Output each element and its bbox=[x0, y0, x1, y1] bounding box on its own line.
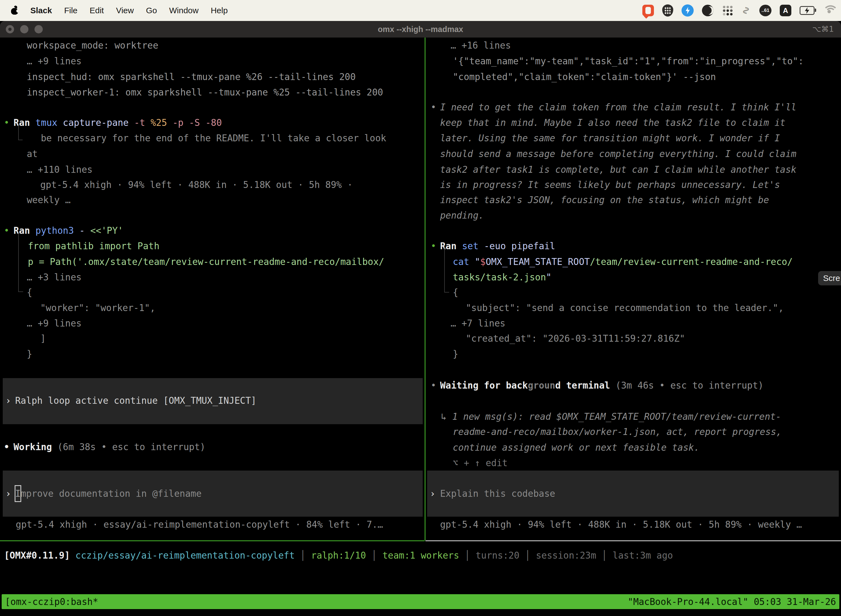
command-output-line: "created_at": "2026-03-31T11:59:27.816Z" bbox=[466, 331, 685, 346]
pane-divider[interactable] bbox=[425, 38, 425, 540]
command-output-line: "subject": "send a concise recommendatio… bbox=[466, 300, 784, 316]
terminal-content: workspace_mode: worktree … +9 lines insp… bbox=[0, 38, 841, 616]
collapsed-lines-indicator[interactable]: … +3 lines bbox=[27, 269, 82, 285]
bullet-icon: • bbox=[431, 378, 436, 393]
mailbox-message-line: readme-and-reco/mailbox/worker-1.json, a… bbox=[453, 424, 782, 440]
input-source-icon[interactable]: A bbox=[780, 5, 791, 16]
working-status-line: Working (6m 38s • esc to interrupt) bbox=[13, 439, 205, 455]
collapsed-lines-indicator[interactable]: … +110 lines bbox=[27, 162, 92, 177]
menu-app-name[interactable]: Slack bbox=[30, 6, 52, 15]
menu-item-view[interactable]: View bbox=[116, 6, 133, 15]
screen-tooltip: Scre bbox=[818, 271, 841, 285]
prompt-input-text-left[interactable]: Improve documentation in @filename bbox=[15, 486, 202, 502]
text-cursor: I bbox=[15, 486, 21, 502]
notification-count-icon[interactable]: ..61 bbox=[759, 5, 771, 16]
collapsed-lines-indicator[interactable]: … +9 lines bbox=[27, 53, 82, 69]
menu-status-icons: ∿ ..61 A bbox=[642, 0, 836, 21]
code-line: p = Path('.omx/state/team/review-current… bbox=[28, 254, 384, 270]
bullet-icon: • bbox=[4, 223, 9, 238]
command-output-line: { bbox=[453, 285, 458, 300]
tmux-session-name: [omx-cczip0:bash* bbox=[5, 596, 98, 607]
menu-item-go[interactable]: Go bbox=[146, 6, 157, 15]
dots-grid-icon[interactable] bbox=[722, 5, 733, 16]
bullet-icon: • bbox=[431, 99, 436, 115]
collapsed-lines-indicator[interactable]: … +7 lines bbox=[451, 315, 505, 331]
command-output-line: "worker": "worker-1", bbox=[40, 300, 155, 316]
terminal-line: "completed","claim_token":"claim-token"}… bbox=[453, 69, 716, 85]
prompt-chevron-icon: › bbox=[430, 486, 435, 502]
pane-border-bottom-right bbox=[425, 540, 841, 541]
squiggle-icon[interactable]: ∿ bbox=[740, 6, 753, 15]
command-output-line: be necessary for the end of the README. … bbox=[41, 130, 386, 146]
menu-item-edit[interactable]: Edit bbox=[90, 6, 104, 15]
terminal-line: inspect_worker-1: omx sparkshell --tmux-… bbox=[27, 84, 383, 100]
thought-line: task2 after task1 is complete, but can I… bbox=[440, 162, 796, 177]
chat-bubble-icon[interactable] bbox=[642, 5, 654, 16]
command-output-line: } bbox=[453, 346, 458, 362]
menu-item-file[interactable]: File bbox=[64, 6, 77, 15]
thought-line: inspect task2's JSON, focusing on the st… bbox=[440, 192, 769, 208]
apple-icon[interactable] bbox=[11, 6, 18, 15]
command-output-line: ] bbox=[40, 331, 46, 346]
window-shortcut-badge: ⌥⌘1 bbox=[812, 21, 834, 38]
bullet-icon: • bbox=[431, 238, 436, 254]
output-corner-guide bbox=[18, 124, 23, 140]
window-title: omx --xhigh --madmax bbox=[0, 21, 841, 38]
menu-item-help[interactable]: Help bbox=[211, 6, 228, 15]
code-line: from pathlib import Path bbox=[28, 238, 160, 254]
wifi-icon[interactable] bbox=[823, 5, 836, 16]
edit-shortcut-hint: ⌥ + ↑ edit bbox=[453, 455, 508, 471]
command-output-line: gpt-5.4 xhigh · 94% left · 488K in · 5.1… bbox=[40, 177, 353, 193]
waiting-status-line: Waiting for background terminal (3m 46s … bbox=[440, 378, 763, 393]
command-line: tasks/task-2.json" bbox=[453, 269, 552, 285]
command-output-line: weekly … bbox=[27, 192, 70, 208]
command-line: Ran tmux capture-pane -t %25 -p -S -80 bbox=[13, 115, 222, 131]
command-output-line: at bbox=[27, 146, 38, 162]
bullet-icon: • bbox=[4, 439, 9, 455]
moon-circle-icon[interactable] bbox=[702, 5, 714, 16]
thought-line: is in progress? It seems likely but perh… bbox=[440, 177, 780, 193]
command-output-line: { bbox=[27, 285, 32, 300]
thought-line: keep that in mind. Maybe I also need the… bbox=[440, 115, 785, 131]
thought-line: should send a message before completing … bbox=[440, 146, 796, 162]
thought-line: pending. bbox=[440, 208, 484, 223]
mailbox-message-line: 1 new msg(s): read $OMX_TEAM_STATE_ROOT/… bbox=[452, 409, 781, 424]
menu-bar: Slack File Edit View Go Window Help ∿ ..… bbox=[0, 0, 841, 21]
thought-line: I need to get the claim token from the c… bbox=[440, 99, 796, 115]
window-title-bar: omx --xhigh --madmax ⌥⌘1 bbox=[0, 21, 841, 38]
model-status-line-left: gpt-5.4 xhigh · essay/ai-reimplementatio… bbox=[16, 517, 383, 532]
model-status-line-right: gpt-5.4 xhigh · 94% left · 488K in · 5.1… bbox=[440, 517, 802, 532]
prompt-chevron-icon: › bbox=[6, 486, 11, 502]
collapsed-lines-indicator[interactable]: … +16 lines bbox=[451, 38, 511, 53]
omx-hud-status-bar: [OMX#0.11.9] cczip/essay/ai-reimplementa… bbox=[4, 547, 673, 563]
command-line: cat "$OMX_TEAM_STATE_ROOT/team/review-cu… bbox=[453, 254, 793, 270]
bullet-icon: • bbox=[4, 115, 9, 131]
tmux-status-bar: [omx-cczip0:bash* "MacBook-Pro-44.local"… bbox=[1, 594, 840, 609]
thought-line: later. Using the same for transition mig… bbox=[440, 130, 780, 146]
ralph-loop-status-text: Ralph loop active continue [OMX_TMUX_INJ… bbox=[15, 393, 256, 408]
pane-border-bottom-left bbox=[0, 540, 425, 541]
terminal-line: '{"team_name":"my-team","task_id":"1","f… bbox=[453, 53, 804, 69]
command-output-line: } bbox=[27, 346, 32, 362]
chevron-icon: › bbox=[6, 393, 11, 408]
terminal-line: workspace_mode: worktree bbox=[27, 38, 158, 53]
message-arrow-icon: ↳ bbox=[441, 409, 447, 424]
badge-bolt-icon[interactable] bbox=[681, 4, 694, 16]
tmux-host-and-clock: "MacBook-Pro-44.local" 05:03 31-Mar-26 bbox=[628, 596, 836, 607]
battery-icon[interactable] bbox=[800, 6, 815, 15]
command-line: Ran python3 - <<'PY' bbox=[13, 223, 123, 238]
collapsed-lines-indicator[interactable]: … +9 lines bbox=[27, 315, 82, 331]
shield-grid-icon[interactable] bbox=[662, 4, 673, 16]
prompt-input-text-right[interactable]: Explain this codebase bbox=[440, 486, 555, 502]
command-line: Ran set -euo pipefail bbox=[440, 238, 555, 254]
terminal-line: inspect_hud: omx sparkshell --tmux-pane … bbox=[27, 69, 356, 85]
output-corner-guide bbox=[18, 232, 23, 292]
menu-item-window[interactable]: Window bbox=[169, 6, 199, 15]
output-corner-guide bbox=[444, 247, 449, 293]
mailbox-message-line: continue assigned work or next feasible … bbox=[453, 440, 699, 455]
